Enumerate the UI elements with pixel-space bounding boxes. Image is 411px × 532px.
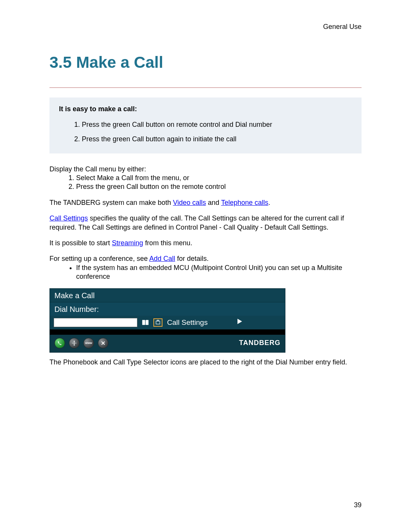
display-menu-item: Select Make a Call from the menu, or bbox=[76, 174, 362, 182]
link-add-call[interactable]: Add Call bbox=[149, 255, 175, 262]
callout-box: It is easy to make a call: Press the gre… bbox=[49, 97, 362, 153]
text: from this menu. bbox=[143, 239, 192, 247]
call-settings-para: Call Settings specifies the quality of t… bbox=[49, 214, 362, 232]
svg-marker-3 bbox=[73, 340, 75, 342]
svg-marker-4 bbox=[73, 345, 75, 346]
ui-title: Make a Call bbox=[50, 289, 285, 302]
arrow-right-icon[interactable] bbox=[237, 318, 242, 326]
post-image-text: The Phonebook and Call Type Selector ico… bbox=[49, 358, 362, 367]
svg-marker-2 bbox=[237, 319, 242, 324]
callout-title: It is easy to make a call: bbox=[59, 105, 352, 113]
ui-bottom-bar: www TANDBERG bbox=[50, 335, 285, 352]
nav-icon[interactable] bbox=[69, 338, 80, 348]
link-telephone-calls[interactable]: Telephone calls bbox=[221, 199, 268, 206]
section-divider bbox=[49, 87, 362, 88]
calltype-selector-icon[interactable] bbox=[153, 318, 162, 327]
text: It is possible to start bbox=[49, 239, 112, 247]
streaming-para: It is possible to start Streaming from t… bbox=[49, 239, 362, 248]
callout-step: Press the green Call button again to ini… bbox=[82, 134, 352, 144]
page-number: 39 bbox=[354, 501, 362, 509]
link-video-calls[interactable]: Video calls bbox=[173, 199, 206, 206]
ui-input-row: Call Settings bbox=[50, 316, 285, 330]
text: . bbox=[268, 199, 270, 206]
display-menu-intro: Display the Call menu by either: bbox=[49, 165, 362, 174]
call-icon[interactable] bbox=[54, 338, 65, 348]
dial-number-input[interactable] bbox=[54, 318, 137, 327]
conference-bullet: If the system has an embedded MCU (Multi… bbox=[76, 264, 362, 281]
text: and bbox=[206, 199, 221, 206]
www-icon[interactable]: www bbox=[83, 338, 94, 348]
close-icon[interactable] bbox=[98, 338, 108, 348]
text: For setting up a conference, see bbox=[49, 255, 149, 262]
svg-rect-0 bbox=[156, 321, 160, 324]
call-settings-button[interactable]: Call Settings bbox=[167, 318, 208, 328]
make-call-ui: Make a Call Dial Number: Call Settings bbox=[49, 288, 285, 353]
link-streaming[interactable]: Streaming bbox=[112, 239, 143, 247]
phonebook-icon[interactable] bbox=[140, 318, 150, 327]
ui-spacer bbox=[50, 329, 285, 335]
ui-dial-label: Dial Number: bbox=[50, 302, 285, 316]
page-header-label: General Use bbox=[323, 23, 362, 31]
text: for details. bbox=[175, 255, 209, 262]
brand-label: TANDBERG bbox=[239, 339, 280, 347]
conference-para: For setting up a conference, see Add Cal… bbox=[49, 254, 362, 263]
tandberg-line: The TANDBERG system can make both Video … bbox=[49, 198, 362, 207]
svg-rect-1 bbox=[157, 320, 159, 321]
section-title: 3.5 Make a Call bbox=[49, 53, 362, 74]
text: specifies the quality of the call. The C… bbox=[49, 214, 344, 231]
link-call-settings[interactable]: Call Settings bbox=[49, 214, 88, 222]
display-menu-item: Press the green Call button on the remot… bbox=[76, 182, 362, 191]
text: The TANDBERG system can make both bbox=[49, 199, 173, 206]
callout-step: Press the green Call button on remote co… bbox=[82, 120, 352, 129]
